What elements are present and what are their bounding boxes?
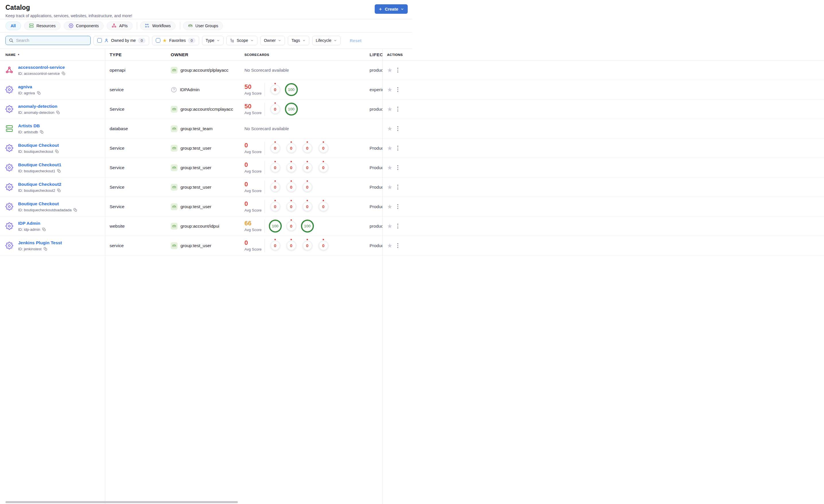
entity-name-link[interactable]: Boutique Checkout: [18, 201, 59, 207]
entity-lifecycle: Produc: [370, 177, 383, 197]
copy-id-button[interactable]: [37, 91, 41, 95]
scorecard-badge-slot: 0: [283, 241, 299, 250]
owned-by-me-checkbox[interactable]: [97, 38, 102, 43]
scorecard-score-badge: 0: [287, 221, 296, 231]
scorecard-badge-slot: 0: [267, 143, 283, 153]
owner-label: group:account/plplayacc: [181, 68, 228, 73]
scorecard-badges: 0000: [267, 143, 331, 153]
entity-name-link[interactable]: accesscontrol-service: [18, 65, 65, 70]
favorite-star-icon[interactable]: ★: [387, 223, 393, 229]
sort-asc-icon: ▲: [17, 53, 20, 55]
tab-user-groups[interactable]: User Groups: [183, 21, 223, 30]
favorites-filter[interactable]: ★ Favorites 0: [152, 36, 199, 45]
scorecards-cell: 50Avg Score0100: [244, 80, 299, 99]
type-filter-dropdown[interactable]: Type: [202, 36, 223, 45]
lifecycle-filter-dropdown[interactable]: Lifecycle: [312, 36, 340, 45]
kebab-menu-icon[interactable]: [396, 183, 400, 191]
copy-id-button[interactable]: [43, 247, 47, 251]
entity-type: Service: [110, 138, 124, 158]
table-row: anomaly-detectionID: anomaly-detectionSe…: [0, 100, 412, 119]
favorite-star-icon[interactable]: ★: [387, 184, 393, 190]
entity-name-link[interactable]: IDP Admin: [18, 221, 40, 226]
tab-workflows[interactable]: Workflows: [140, 21, 176, 30]
score-divider: [265, 142, 265, 155]
tab-resources[interactable]: Resources: [24, 21, 61, 30]
kebab-menu-icon[interactable]: [396, 242, 400, 249]
create-button[interactable]: Create: [375, 4, 408, 14]
entity-id-text: ID: anomaly-detection: [18, 110, 54, 115]
entity-name-link[interactable]: agniva: [18, 84, 32, 90]
avg-score-value: 0: [244, 240, 265, 246]
scorecard-badge-slot: 0: [267, 182, 283, 192]
tab-all[interactable]: All: [5, 21, 21, 30]
entity-id: ID: agniva: [18, 91, 41, 95]
scope-filter-dropdown[interactable]: Scope: [226, 36, 258, 45]
row-actions: ★: [387, 60, 399, 80]
avg-score-label: Avg Score: [244, 228, 265, 232]
scorecard-badge-slot: 0: [299, 241, 315, 250]
copy-id-button[interactable]: [55, 150, 59, 153]
owner-group-chip: [171, 106, 178, 113]
owned-by-me-filter[interactable]: Owned by me 0: [94, 36, 149, 45]
kebab-menu-icon[interactable]: [396, 164, 400, 171]
dropdown-label: Lifecycle: [316, 38, 331, 43]
dropdown-label: Scope: [237, 38, 248, 43]
copy-id-button[interactable]: [57, 188, 61, 193]
reset-filters-button[interactable]: Reset: [350, 38, 362, 43]
scorecard-badge-slot: 0: [283, 220, 299, 233]
column-header-type: TYPE: [110, 49, 122, 60]
catalog-table: NAME▲ TYPE OWNER SCORECARDS LIFECYC ACTI…: [0, 49, 412, 252]
kebab-menu-icon[interactable]: [396, 203, 400, 210]
scorecard-badges: 000: [267, 182, 315, 192]
score-divider: [265, 220, 265, 233]
avg-score-block: 66Avg Score: [244, 220, 265, 232]
search-input[interactable]: [16, 38, 87, 43]
entity-name-link[interactable]: Boutique Checkout2: [18, 182, 62, 187]
tab-apis[interactable]: APIs: [107, 21, 132, 30]
tab-components[interactable]: Components: [64, 21, 104, 30]
kebab-menu-icon[interactable]: [396, 106, 400, 113]
owner-filter-dropdown[interactable]: Owner: [260, 36, 285, 45]
owner-label: group:account/ccmplayacc: [181, 107, 233, 112]
favorite-star-icon[interactable]: ★: [387, 243, 393, 249]
favorite-star-icon[interactable]: ★: [387, 67, 393, 73]
filter-dropdowns: TypeScopeOwnerTagsLifecycle: [202, 36, 340, 45]
favorite-star-icon[interactable]: ★: [387, 87, 393, 93]
avg-score-label: Avg Score: [244, 111, 265, 115]
owner-label: group:test_user: [181, 146, 211, 151]
column-header-name[interactable]: NAME▲: [5, 49, 20, 60]
tab-separator: [180, 22, 180, 29]
kebab-menu-icon[interactable]: [396, 144, 400, 152]
favorite-star-icon[interactable]: ★: [387, 145, 393, 151]
favorites-checkbox[interactable]: [156, 38, 161, 43]
scorecard-score-badge: 0: [319, 241, 328, 250]
avg-score-value: 0: [244, 201, 265, 207]
copy-id-button[interactable]: [42, 228, 46, 231]
copy-id-button[interactable]: [62, 72, 66, 76]
entity-name-link[interactable]: Boutique Checkout: [18, 143, 59, 148]
copy-id-button[interactable]: [56, 111, 60, 114]
favorite-star-icon[interactable]: ★: [387, 106, 393, 112]
page-title: Catalog: [5, 4, 412, 11]
kebab-menu-icon[interactable]: [396, 125, 400, 132]
kebab-menu-icon[interactable]: [396, 67, 400, 74]
kebab-menu-icon[interactable]: [396, 223, 400, 230]
favorite-star-icon[interactable]: ★: [387, 204, 393, 210]
entity-name-link[interactable]: Artists DB: [18, 123, 40, 128]
favorite-star-icon[interactable]: ★: [387, 126, 393, 132]
kebab-menu-icon[interactable]: [396, 86, 400, 93]
group-icon: [172, 126, 177, 131]
entity-name-link[interactable]: anomaly-detection: [18, 104, 58, 109]
favorite-star-icon[interactable]: ★: [387, 164, 393, 170]
entity-name-link[interactable]: Jenkins Plugin Tesst: [18, 240, 62, 245]
copy-id-button[interactable]: [74, 208, 77, 212]
tags-filter-dropdown[interactable]: Tags: [288, 36, 309, 45]
copy-id-button[interactable]: [57, 169, 61, 173]
scorecards-cell: No Scorecard available: [244, 60, 289, 80]
avg-score-block: 0Avg Score: [244, 162, 265, 173]
scorecards-cell: No Scorecard available: [244, 119, 289, 138]
entity-id-text: ID: boutiquecheckout: [18, 149, 53, 154]
entity-name-link[interactable]: Boutique Checkout1: [18, 162, 62, 167]
owner-label: group:test_user: [181, 165, 211, 170]
copy-id-button[interactable]: [40, 130, 43, 134]
